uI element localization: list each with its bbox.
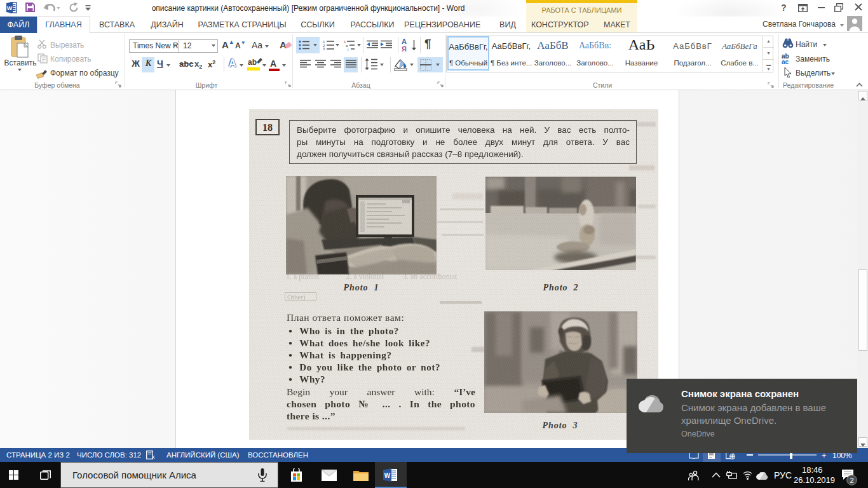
svg-text:W: W [7, 5, 13, 11]
svg-text:2: 2 [850, 477, 853, 484]
svg-text:x: x [152, 454, 155, 459]
svg-text:i: i [348, 48, 348, 51]
svg-text:3: 3 [323, 47, 325, 51]
svg-text:W: W [384, 472, 391, 479]
